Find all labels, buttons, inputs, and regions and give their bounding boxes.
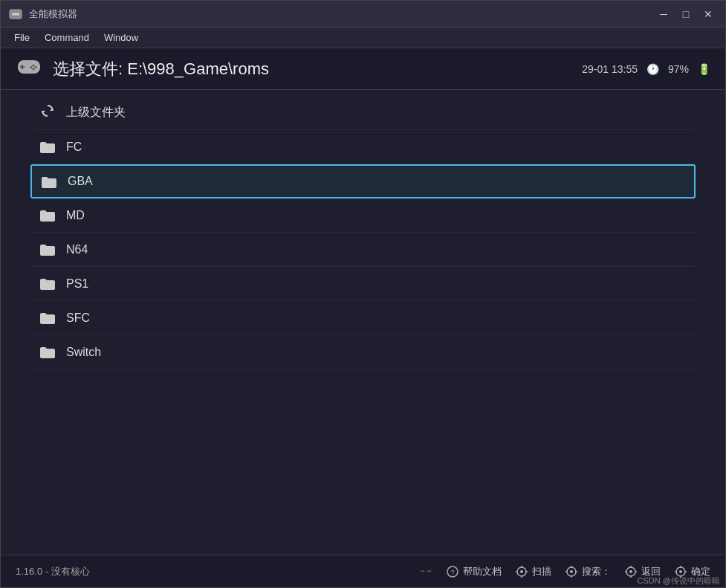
scan-label: 扫描 xyxy=(532,565,551,578)
version-text: 1.16.0 - 没有核心 xyxy=(16,565,120,578)
svg-point-9 xyxy=(30,66,33,68)
status-actions: ⁃⁃ ? 帮助文档 扫描 xyxy=(120,563,710,580)
list-item-md[interactable]: MD xyxy=(30,198,696,233)
menu-file[interactable]: File xyxy=(7,29,37,46)
search-icon xyxy=(565,565,578,578)
folder-icon-switch xyxy=(39,344,56,360)
list-item-up-label: 上级文件夹 xyxy=(66,105,687,120)
folder-icon-fc xyxy=(39,139,56,155)
search-action[interactable]: 搜索： xyxy=(565,565,611,578)
refresh-icon xyxy=(39,103,56,123)
folder-icon-sfc xyxy=(39,310,56,326)
list-item-fc[interactable]: FC xyxy=(30,130,696,164)
svg-point-7 xyxy=(33,65,35,67)
path-bar-icon xyxy=(16,55,42,83)
scan-action[interactable]: 扫描 xyxy=(515,565,551,578)
list-item-ps1-label: PS1 xyxy=(66,277,687,291)
svg-point-1 xyxy=(12,13,15,16)
help-label: 帮助文档 xyxy=(463,565,502,578)
help-action[interactable]: ? 帮助文档 xyxy=(446,565,502,578)
list-item-md-label: MD xyxy=(66,209,687,222)
scan-icon xyxy=(515,565,528,578)
search-label: 搜索： xyxy=(582,565,611,578)
folder-icon-md xyxy=(39,207,56,223)
window-title: 全能模拟器 xyxy=(29,7,654,21)
window-controls: ─ □ ✕ xyxy=(654,6,718,22)
svg-point-10 xyxy=(33,68,35,71)
list-item-switch[interactable]: Switch xyxy=(30,335,696,369)
svg-point-20 xyxy=(570,570,573,573)
svg-point-14 xyxy=(520,570,523,573)
close-button[interactable]: ✕ xyxy=(699,6,718,22)
svg-text:?: ? xyxy=(450,569,454,576)
battery-level: 97% xyxy=(668,63,689,75)
main-window: 全能模拟器 ─ □ ✕ File Command Window 选择文件: E: xyxy=(0,0,726,588)
battery-icon: 🔋 xyxy=(698,63,710,75)
watermark: CSDN @传说中的暗暗 xyxy=(638,575,720,587)
clock-icon: 🕐 xyxy=(646,63,659,75)
help-icon: ? xyxy=(446,565,459,578)
folder-icon-ps1 xyxy=(39,276,56,291)
path-bar: 选择文件: E:\998_Game\roms 29-01 13:55 🕐 97%… xyxy=(1,48,725,90)
svg-point-8 xyxy=(35,66,37,68)
title-bar: 全能模拟器 ─ □ ✕ xyxy=(1,1,725,28)
menu-command[interactable]: Command xyxy=(37,29,97,46)
minimize-button[interactable]: ─ xyxy=(654,6,673,22)
folder-icon-n64 xyxy=(39,242,56,257)
list-item-switch-label: Switch xyxy=(66,346,687,359)
separator-icon: ⁃⁃ xyxy=(419,563,432,580)
current-path: 选择文件: E:\998_Game\roms xyxy=(53,58,582,80)
list-item-n64-label: N64 xyxy=(66,243,687,256)
svg-point-2 xyxy=(16,13,19,16)
list-item-n64[interactable]: N64 xyxy=(30,233,696,267)
datetime-display: 29-01 13:55 xyxy=(582,63,638,75)
app-icon xyxy=(8,7,23,22)
back-icon xyxy=(624,565,638,578)
list-item-gba-label: GBA xyxy=(68,175,685,188)
status-info: 29-01 13:55 🕐 97% 🔋 xyxy=(582,63,710,75)
file-list[interactable]: 上级文件夹 FC GBA xyxy=(1,90,725,555)
list-item-sfc[interactable]: SFC xyxy=(30,301,696,335)
list-item-fc-label: FC xyxy=(66,140,687,154)
svg-rect-3 xyxy=(15,13,16,16)
list-item-sfc-label: SFC xyxy=(66,311,687,325)
svg-point-26 xyxy=(629,570,632,573)
action-separator: ⁃⁃ xyxy=(419,563,432,580)
menu-bar: File Command Window xyxy=(1,28,725,48)
svg-point-32 xyxy=(679,570,682,573)
list-item-ps1[interactable]: PS1 xyxy=(30,267,696,301)
menu-window[interactable]: Window xyxy=(97,29,146,46)
svg-rect-6 xyxy=(20,66,25,68)
list-item-up[interactable]: 上级文件夹 xyxy=(30,96,696,130)
maximize-button[interactable]: □ xyxy=(676,6,696,22)
folder-icon-gba xyxy=(41,174,57,190)
status-bar: 1.16.0 - 没有核心 ⁃⁃ ? 帮助文档 xyxy=(1,555,725,587)
list-item-gba[interactable]: GBA xyxy=(30,164,696,198)
